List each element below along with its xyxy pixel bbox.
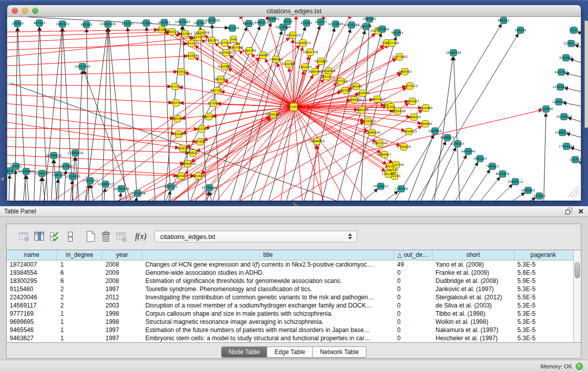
column-visibility-icon[interactable]	[32, 229, 47, 244]
table-options-icon[interactable]	[16, 229, 32, 244]
graph-node[interactable]: 7485063	[398, 69, 412, 75]
graph-node[interactable]: 12342757	[34, 170, 50, 177]
graph-node[interactable]: 9756928	[397, 144, 411, 150]
graph-node[interactable]: 9245852	[521, 187, 535, 194]
graph-node[interactable]: 7857224	[226, 25, 239, 32]
graph-node[interactable]: 9146821	[256, 52, 270, 59]
network-window[interactable]: citations_edges.txt 18724007183002951938…	[7, 5, 581, 201]
graph-node[interactable]: 985312	[498, 17, 510, 24]
table-row[interactable]: 969969511998Structural magnetic resonanc…	[7, 318, 573, 326]
splitter-collapse-icon[interactable]	[1, 177, 4, 181]
table-row[interactable]: 1938455462009Genome-wide association stu…	[7, 269, 573, 277]
graph-node[interactable]: 843210	[122, 20, 134, 27]
graph-node[interactable]: 9699695	[419, 121, 432, 127]
graph-node[interactable]: 1244415	[552, 99, 566, 105]
graph-node[interactable]: 17359928	[68, 150, 83, 157]
new-document-icon[interactable]	[83, 229, 98, 244]
graph-node[interactable]: 9463627	[406, 98, 420, 105]
graph-node[interactable]: 39159	[7, 168, 15, 174]
graph-node[interactable]: 746266	[351, 83, 362, 90]
graph-node[interactable]: 7955812	[314, 58, 328, 65]
graph-node[interactable]: 546	[230, 36, 237, 43]
graph-node[interactable]: 12923448	[130, 190, 146, 197]
graph-node[interactable]: 10719185	[328, 21, 344, 28]
resize-grip-icon[interactable]	[575, 193, 579, 197]
graph-node[interactable]: 16210643	[556, 114, 572, 120]
float-panel-icon[interactable]	[565, 208, 573, 215]
graph-node[interactable]: 1353359	[195, 126, 209, 133]
graph-node[interactable]: 817004	[208, 100, 220, 107]
graph-node[interactable]: 10807467	[369, 96, 385, 103]
table-row[interactable]: 977716911998Corpus callosum shape and si…	[7, 310, 573, 318]
function-builder-icon[interactable]: f(x)	[133, 229, 148, 244]
table-row[interactable]: 1872400712008Changes of HCN gene express…	[7, 260, 573, 269]
graph-canvas[interactable]: 1872400718300295193845547663822986012889…	[7, 17, 581, 201]
graph-node[interactable]: 11123	[569, 27, 578, 34]
graph-node[interactable]: 896410	[243, 20, 255, 27]
graph-node[interactable]: 12505135	[65, 173, 81, 180]
graph-node[interactable]: 10654112	[508, 179, 524, 185]
graph-node[interactable]: 10025458	[390, 108, 406, 115]
graph-node[interactable]: 772301	[141, 20, 153, 27]
graph-node[interactable]: 22420046	[184, 53, 200, 59]
graph-node[interactable]: 16099489	[180, 161, 196, 167]
graph-node[interactable]: 8990448	[309, 69, 322, 75]
column-header[interactable]: title	[142, 250, 394, 260]
graph-node[interactable]: 847193	[34, 20, 46, 27]
cell-entry-icon[interactable]	[62, 229, 78, 244]
row-check-icon[interactable]	[47, 229, 62, 244]
graph-node[interactable]: 15723	[282, 18, 292, 25]
table-scrollbar[interactable]	[573, 250, 581, 342]
graph-node[interactable]: 19654923	[401, 128, 417, 135]
graph-node[interactable]: 2718120	[175, 69, 188, 75]
table-row[interactable]: 911546021997Tourette syndrome. Phenomeno…	[7, 285, 573, 293]
graph-node[interactable]: 5498222	[186, 150, 200, 157]
graph-node[interactable]: 9474444	[462, 148, 475, 155]
table-row[interactable]: 1830029562008Estimation of significance …	[7, 277, 573, 285]
graph-node[interactable]: 9242848	[218, 63, 232, 70]
graph-node[interactable]: 9857791	[164, 184, 178, 190]
graph-node[interactable]: 20053346	[75, 63, 91, 70]
table-row[interactable]: 946554611997Estimation of the future num…	[7, 326, 573, 334]
resize-grip-icon[interactable]	[572, 189, 579, 197]
graph-node[interactable]: 9227343	[555, 69, 569, 76]
graph-node[interactable]: 12975115	[402, 83, 418, 90]
column-header[interactable]: short	[432, 250, 514, 260]
graph-node[interactable]: 875261	[301, 20, 313, 27]
graph-node[interactable]: 7932621	[486, 163, 499, 170]
graph-node[interactable]: 18807249	[372, 140, 388, 147]
graph-node[interactable]: 1649575	[407, 114, 421, 121]
graph-node[interactable]: 17957253	[82, 178, 98, 184]
column-header[interactable]: △ out_de…	[394, 250, 432, 260]
graph-node[interactable]: 11156869	[18, 168, 34, 175]
column-header[interactable]: name	[7, 250, 57, 260]
graph-node[interactable]: 12213363	[167, 83, 183, 90]
graph-node[interactable]: 1733426	[395, 186, 408, 192]
graph-node[interactable]: 10543382	[184, 40, 200, 47]
graph-node[interactable]: 1588520	[269, 56, 283, 63]
graph-node[interactable]: 931542	[81, 21, 93, 28]
column-header[interactable]: year	[102, 250, 142, 260]
graph-node[interactable]: 8322037	[282, 61, 296, 68]
graph-node[interactable]: 1916682	[172, 131, 186, 138]
graph-node[interactable]: 8186328	[205, 37, 219, 44]
graph-node[interactable]: 912473	[315, 19, 327, 26]
graph-node[interactable]: 10688639	[364, 129, 380, 136]
graph-node[interactable]: 18325419	[285, 32, 301, 39]
graph-node[interactable]: 8675685	[220, 50, 233, 56]
scrollbar-thumb[interactable]	[575, 262, 580, 278]
graph-node[interactable]: 1810755	[169, 100, 183, 106]
graph-node[interactable]: 12093872	[553, 84, 569, 91]
delete-trash-icon[interactable]	[98, 229, 114, 244]
graph-node[interactable]: 9115460	[419, 105, 433, 112]
tab-node-table[interactable]: Node Table	[222, 347, 267, 357]
graph-node[interactable]: 6379197	[451, 141, 465, 147]
column-header[interactable]: in_degree	[57, 250, 102, 260]
graph-node[interactable]: 18640910	[295, 40, 311, 47]
graph-node[interactable]: 8912954	[179, 31, 192, 37]
graph-node[interactable]: 19716485	[202, 185, 217, 191]
graph-node[interactable]: 1640954	[428, 128, 442, 135]
window-titlebar[interactable]: citations_edges.txt	[7, 5, 581, 17]
close-panel-icon[interactable]: ✕	[578, 208, 584, 215]
graph-node[interactable]: 16648784	[446, 50, 462, 56]
